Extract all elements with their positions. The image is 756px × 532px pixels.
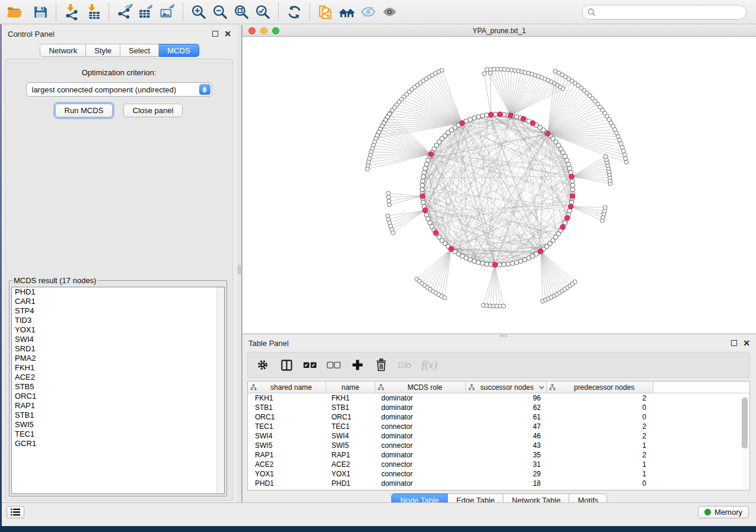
table-row[interactable]: TEC1TEC1connector472 <box>248 422 749 431</box>
tab-network[interactable]: Network <box>40 44 86 57</box>
toolbar-separator <box>310 3 310 21</box>
toolbar-separator <box>109 3 109 21</box>
memory-button[interactable]: Memory <box>698 506 749 518</box>
table-cell: SWI5 <box>326 441 375 450</box>
refresh-view-button[interactable] <box>283 1 305 23</box>
mcds-list-scrollbar[interactable] <box>216 287 224 493</box>
mcds-result-item[interactable]: ACE2 <box>12 373 224 382</box>
select-all-button[interactable] <box>303 358 317 372</box>
show-hidden-button[interactable] <box>379 1 400 23</box>
table-row[interactable]: YOX1YOX1connector291 <box>248 469 749 479</box>
import-table-button[interactable] <box>82 1 104 23</box>
table-row[interactable]: SWI5SWI5connector431 <box>248 441 749 450</box>
network-canvas[interactable] <box>243 37 756 334</box>
save-icon <box>33 4 49 20</box>
column-header-mcds-role[interactable]: MCDS role <box>375 382 466 393</box>
export-network-button[interactable] <box>114 1 135 23</box>
control-panel-title: Control Panel <box>8 30 55 39</box>
mcds-result-item[interactable]: CAR1 <box>12 297 224 306</box>
tab-mcds[interactable]: MCDS <box>159 44 199 57</box>
task-history-button[interactable] <box>7 506 24 518</box>
export-image-icon <box>159 4 176 20</box>
mcds-result-item[interactable]: STP4 <box>12 306 224 316</box>
mcds-result-item[interactable]: TEC1 <box>12 430 224 439</box>
node-table-header: shared name name MCDS role successor nod… <box>248 382 749 393</box>
close-panel-button[interactable]: Close panel <box>123 104 183 117</box>
mcds-result-item[interactable]: PMA2 <box>12 354 224 363</box>
table-cell: 62 <box>466 403 547 412</box>
add-column-button[interactable] <box>350 358 365 372</box>
checked-boxes-icon <box>303 361 317 369</box>
eye-slash-icon <box>360 4 377 20</box>
table-row[interactable]: RAP1RAP1dominator352 <box>248 450 749 460</box>
trash-icon <box>375 358 387 371</box>
network-window-titlebar[interactable]: YPA_prune.txt_1 <box>243 25 756 37</box>
mcds-result-item[interactable]: SRD1 <box>12 344 224 354</box>
column-header-shared-name[interactable]: shared name <box>248 382 326 393</box>
table-row[interactable]: ACE2ACE2connector311 <box>248 460 749 469</box>
table-scrollbar-thumb[interactable] <box>742 398 748 448</box>
save-session-button[interactable] <box>30 1 51 23</box>
table-cell: PHD1 <box>248 479 326 488</box>
export-image-button[interactable] <box>157 1 178 23</box>
table-row[interactable]: STB1STB1dominator620 <box>248 403 749 412</box>
zoom-fit-button[interactable] <box>231 1 252 23</box>
delete-column-button[interactable] <box>374 358 388 372</box>
table-cell: ORC1 <box>248 412 326 422</box>
mcds-result-item[interactable]: ORC1 <box>12 392 224 401</box>
table-cell: 2 <box>547 450 653 460</box>
table-row[interactable]: PHD1PHD1dominator180 <box>248 479 749 488</box>
mcds-result-item[interactable]: STB1 <box>12 411 224 420</box>
tab-style[interactable]: Style <box>86 44 120 57</box>
export-network-icon <box>116 4 133 20</box>
splitter-grip[interactable] <box>238 265 241 274</box>
deselect-all-button[interactable] <box>327 358 341 372</box>
column-header-name[interactable]: name <box>326 382 375 393</box>
open-file-button[interactable] <box>4 1 25 23</box>
horizontal-splitter-grip[interactable] <box>499 335 508 337</box>
run-mcds-button[interactable]: Run MCDS <box>55 104 113 117</box>
table-row[interactable]: SWI4SWI4dominator462 <box>248 431 749 441</box>
table-cell: SWI4 <box>326 431 375 441</box>
close-panel-icon[interactable]: ✕ <box>224 31 231 37</box>
mcds-result-item[interactable]: TID3 <box>12 316 224 325</box>
hide-selected-button[interactable] <box>358 1 379 23</box>
table-row[interactable]: FKH1FKH1dominator962 <box>248 393 749 403</box>
duplicate-network-button[interactable] <box>315 1 336 23</box>
table-settings-button[interactable] <box>256 358 270 372</box>
unchecked-boxes-icon <box>327 361 341 369</box>
eye-icon <box>381 4 398 20</box>
show-all-nodes-button[interactable] <box>336 1 358 23</box>
mcds-result-item[interactable]: PHD1 <box>12 287 224 297</box>
export-table-button[interactable] <box>135 1 157 23</box>
criterion-dropdown[interactable]: largest connected component (undirected) <box>26 82 212 97</box>
column-header-predecessor-nodes[interactable]: predecessor nodes <box>547 382 653 393</box>
delete-table-button[interactable] <box>398 358 412 372</box>
tab-select[interactable]: Select <box>120 44 159 57</box>
function-builder-button[interactable]: f(x) <box>422 358 437 371</box>
show-columns-button[interactable] <box>279 358 294 372</box>
import-network-button[interactable] <box>61 1 82 23</box>
mcds-result-item[interactable]: RAP1 <box>12 401 224 411</box>
table-cell: 2 <box>547 393 653 403</box>
close-table-panel-icon[interactable]: ✕ <box>743 340 750 346</box>
table-scrollbar[interactable] <box>741 395 748 488</box>
search-input[interactable] <box>596 8 746 16</box>
zoom-in-button[interactable] <box>188 1 209 23</box>
mcds-result-item[interactable]: FKH1 <box>12 363 224 373</box>
float-table-panel-icon[interactable] <box>731 340 737 346</box>
toolbar-separator <box>183 3 183 21</box>
zoom-out-button[interactable] <box>209 1 231 23</box>
search-box[interactable] <box>582 5 747 20</box>
table-cell: FKH1 <box>248 393 326 403</box>
table-row[interactable]: ORC1ORC1dominator610 <box>248 412 749 422</box>
mcds-result-item[interactable]: GCR1 <box>12 439 224 448</box>
mcds-result-item[interactable]: SWI4 <box>12 335 224 344</box>
float-panel-icon[interactable] <box>212 31 218 37</box>
mcds-result-item[interactable]: YOX1 <box>12 325 224 335</box>
zoom-selected-button[interactable] <box>252 1 273 23</box>
mcds-result-item[interactable]: SWI5 <box>12 420 224 430</box>
vertical-splitter[interactable] <box>237 25 242 508</box>
column-header-successor-nodes[interactable]: successor nodes <box>466 382 547 393</box>
mcds-result-item[interactable]: STB5 <box>12 382 224 392</box>
